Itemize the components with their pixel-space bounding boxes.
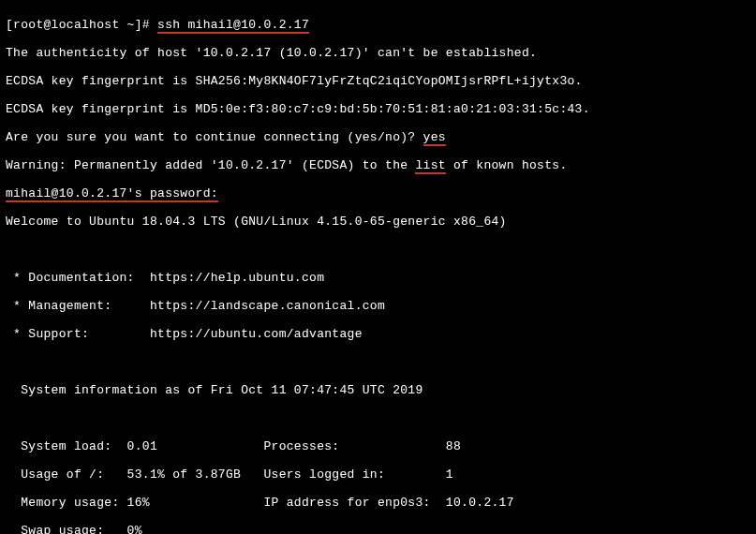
fingerprint-sha: ECDSA key fingerprint is SHA256:My8KN4OF… bbox=[6, 74, 756, 88]
sysinfo-1: System load: 0.01 Processes: 88 bbox=[6, 439, 756, 453]
warn-post: of known hosts. bbox=[446, 158, 568, 172]
fingerprint-md5: ECDSA key fingerprint is MD5:0e:f3:80:c7… bbox=[6, 102, 756, 116]
confirm-answer: yes bbox=[423, 130, 446, 146]
sysinfo-3: Memory usage: 16% IP address for enp0s3:… bbox=[6, 496, 756, 510]
welcome-line: Welcome to Ubuntu 18.04.3 LTS (GNU/Linux… bbox=[6, 215, 756, 229]
sysinfo-header: System information as of Fri Oct 11 07:4… bbox=[6, 383, 756, 397]
password-prompt: mihail@10.0.2.17's password: bbox=[6, 186, 218, 202]
sysinfo-2: Usage of /: 53.1% of 3.87GB Users logged… bbox=[6, 467, 756, 482]
blank bbox=[6, 411, 756, 425]
blank bbox=[6, 243, 756, 257]
warn-list: list bbox=[415, 158, 445, 174]
doc-line: * Documentation: https://help.ubuntu.com bbox=[6, 271, 756, 285]
support-line: * Support: https://ubuntu.com/advantage bbox=[6, 327, 756, 341]
ssh-command: ssh mihail@10.0.2.17 bbox=[157, 18, 309, 34]
confirm-question: Are you sure you want to continue connec… bbox=[6, 130, 423, 144]
warn-pre: Warning: Permanently added '10.0.2.17' (… bbox=[6, 158, 415, 172]
auth-line: The authenticity of host '10.0.2.17 (10.… bbox=[6, 46, 756, 60]
mgmt-line: * Management: https://landscape.canonica… bbox=[6, 299, 756, 313]
prompt-root: [root@localhost ~]# bbox=[6, 18, 157, 32]
blank bbox=[6, 355, 756, 369]
terminal[interactable]: [root@localhost ~]# ssh mihail@10.0.2.17… bbox=[0, 0, 756, 534]
sysinfo-4: Swap usage: 0% bbox=[6, 524, 756, 534]
